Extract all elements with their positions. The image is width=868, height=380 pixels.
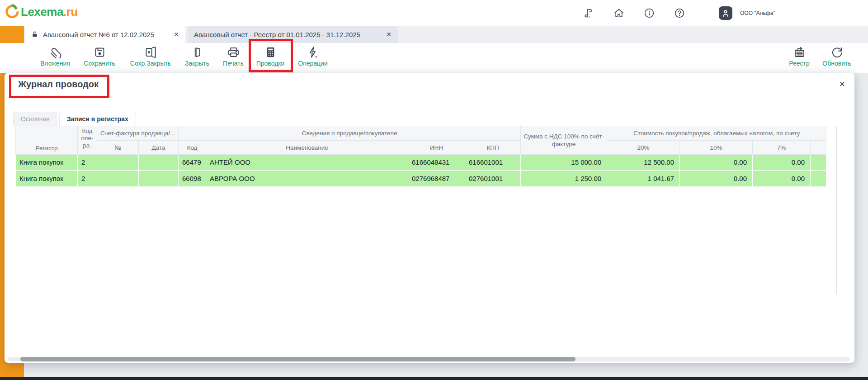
bottom-edge-bar [0, 377, 868, 380]
cell-kpp: 616601001 [465, 155, 521, 171]
horizontal-scrollbar-thumb[interactable] [20, 357, 576, 361]
door-icon [191, 46, 203, 58]
button-label: Обновить [822, 60, 851, 67]
header-opcode: Код опе-ра- [78, 126, 97, 155]
tab-osnovnaya[interactable]: Основная [13, 112, 57, 126]
cell-7: 0.00 [753, 155, 811, 171]
doc-tab-avansovy-otchet[interactable]: Авансовый отчет №6 от 12.02.2025 ✕ [25, 26, 185, 43]
table-row[interactable]: Книга покупок 2 66479 АНТЕЙ ООО 61660484… [16, 155, 826, 171]
refresh-icon [831, 46, 843, 58]
cell-date [139, 155, 179, 171]
button-label: Печать [223, 60, 244, 67]
cell-empty [811, 171, 826, 186]
doc-tab-label: Авансовый отчет - Реестр от 01.01.2025 -… [194, 31, 360, 38]
cell-7: 0.00 [753, 171, 811, 186]
operations-button[interactable]: Операции [286, 46, 340, 67]
header-20: 20% [607, 141, 680, 155]
header-name: Наименование [206, 141, 408, 155]
toolbar: Вложения Сохранить Сохр.Закрыть Закрыт [0, 43, 868, 73]
header-group-invoice: Счет-фактура продавца/... [97, 126, 179, 141]
close-tab-icon[interactable]: ✕ [168, 31, 179, 38]
table-header: Регистр Код опе-ра- Счет-фактура продавц… [16, 126, 826, 155]
cell-registr: Книга покупок [16, 171, 78, 186]
top-bar: Lexema.ru [0, 0, 868, 26]
cell-sum: 1 250.00 [521, 171, 607, 186]
floppy-save-icon [94, 46, 106, 58]
modal-tab-bar: Основная Записи в регистрах [13, 112, 138, 126]
doc-tab-reestr[interactable]: Авансовый отчет - Реестр от 01.01.2025 -… [188, 26, 398, 43]
header-date: Дата [139, 141, 179, 155]
cell-opcode: 2 [78, 171, 97, 186]
cell-kpp: 027601001 [465, 171, 521, 186]
horizontal-scrollbar-track[interactable] [8, 357, 850, 361]
button-label: Проводки [256, 60, 285, 67]
person-icon [721, 8, 731, 18]
topbar-icon-group: ООО "Альфа" [583, 0, 775, 26]
modal-title: Журнал проводок [18, 79, 99, 90]
button-label: Реестр [789, 60, 810, 67]
table-row[interactable]: Книга покупок 2 66098 АВРОРА ООО 0276968… [16, 171, 826, 186]
cell-20: 12 500.00 [607, 155, 680, 171]
header-group-party: Сведения о продавце/покупателе [179, 126, 521, 141]
cell-name: АНТЕЙ ООО [206, 155, 408, 171]
cell-10: 0.00 [680, 155, 753, 171]
cell-date [139, 171, 179, 186]
vertical-scrollbar[interactable] [828, 126, 837, 294]
printer-icon [227, 46, 240, 58]
lock-document-icon [31, 31, 38, 38]
company-name: ООО "Альфа" [740, 10, 775, 16]
calculator-icon [264, 46, 277, 58]
button-label: Сохранить [84, 60, 115, 67]
header-registr: Регистр [16, 126, 78, 155]
cell-inn: 0276968487 [408, 171, 465, 186]
header-code: Код [179, 141, 206, 155]
logo-text: Lexema.ru [21, 5, 78, 19]
postings-journal-modal: Журнал проводок ✕ Основная Записи в реги… [5, 73, 854, 363]
home-icon[interactable] [613, 8, 624, 19]
cell-registr: Книга покупок [16, 155, 78, 171]
header-sum-nds: Сумма с НДС 100% по счёт-фактуре [521, 126, 607, 155]
registers-grid: Регистр Код опе-ра- Счет-фактура продавц… [15, 126, 826, 187]
user-avatar[interactable] [719, 6, 732, 20]
header-10: 10% [680, 141, 753, 155]
info-icon[interactable] [644, 8, 655, 19]
modal-close-icon[interactable]: ✕ [839, 80, 845, 89]
button-label: Операции [298, 60, 328, 67]
header-group-cost: Стоимость покупок/продаж, облагаемых нал… [607, 126, 826, 141]
lexema-logo[interactable]: Lexema.ru [4, 4, 78, 20]
journal-scroll-icon[interactable] [583, 8, 594, 19]
cell-code: 66479 [179, 155, 206, 171]
doc-tab-label: Авансовый отчет №6 от 12.02.2025 [43, 31, 154, 38]
cell-opcode: 2 [78, 155, 97, 171]
header-kpp: КПП [465, 141, 521, 155]
tab-zapisi-v-registrah[interactable]: Записи в регистрах [59, 112, 136, 126]
button-label: Сохр.Закрыть [130, 60, 171, 67]
header-empty [811, 141, 826, 155]
cell-sum: 15 000.00 [521, 155, 607, 171]
header-inn: ИНН [408, 141, 465, 155]
paperclip-icon [49, 46, 61, 58]
application-window: Lexema.ru [0, 0, 868, 380]
cell-name: АВРОРА ООО [206, 171, 408, 186]
help-icon[interactable] [674, 8, 685, 19]
save-and-close-button[interactable]: Сохр.Закрыть [123, 46, 178, 67]
registry-list-icon [793, 46, 806, 58]
cell-code: 66098 [179, 171, 206, 186]
save-button[interactable]: Сохранить [72, 46, 127, 67]
cell-20: 1 041.67 [607, 171, 680, 186]
cell-inn: 6166048431 [408, 155, 465, 171]
cell-10: 0.00 [680, 171, 753, 186]
header-7: 7% [753, 141, 811, 155]
header-num: № [97, 141, 139, 155]
cell-num [97, 171, 139, 186]
refresh-button[interactable]: Обновить [810, 46, 864, 67]
registers-table: Регистр Код опе-ра- Счет-фактура продавц… [15, 126, 826, 187]
lexema-logo-mark [4, 4, 20, 20]
lightning-icon [307, 46, 319, 58]
close-tab-icon[interactable]: ✕ [381, 31, 392, 38]
document-tab-strip: Авансовый отчет №6 от 12.02.2025 ✕ Аванс… [24, 26, 868, 43]
cell-empty [811, 155, 826, 171]
cell-num [97, 155, 139, 171]
floppy-door-icon [145, 46, 157, 58]
button-label: Закрыть [185, 60, 209, 67]
